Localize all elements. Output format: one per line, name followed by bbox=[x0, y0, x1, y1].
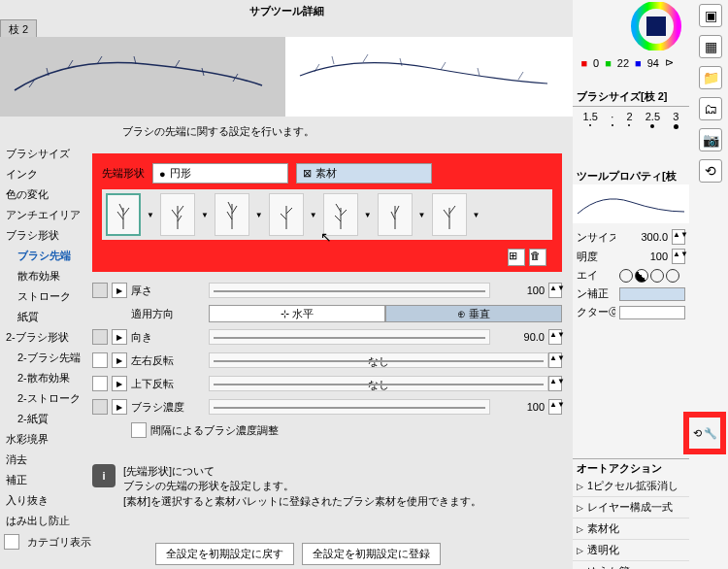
density-value[interactable]: 100 bbox=[490, 401, 548, 413]
toolbar-history-icon[interactable]: ⟲ bbox=[699, 159, 722, 183]
thickness-toggle[interactable] bbox=[92, 283, 108, 298]
sidebar-item-10[interactable]: 2-ブラシ先端 bbox=[4, 348, 91, 368]
prop-aa-label: エイ bbox=[577, 268, 615, 283]
sidebar-item-15[interactable]: 消去 bbox=[4, 450, 91, 470]
sidebar-item-14[interactable]: 水彩境界 bbox=[4, 429, 91, 450]
density-label: ブラシ濃度 bbox=[131, 400, 209, 415]
cursor-icon: ↖ bbox=[320, 229, 332, 245]
density-slider[interactable] bbox=[209, 399, 490, 415]
tip-shape-circle[interactable]: ● 円形 bbox=[152, 163, 288, 184]
apply-dir-horizontal[interactable]: ⊹ 水平 bbox=[209, 305, 385, 322]
density-toggle[interactable] bbox=[92, 399, 108, 415]
sidebar-item-7[interactable]: ストローク bbox=[4, 286, 91, 307]
auto-action-title: オートアクション bbox=[573, 458, 689, 478]
tip-shape-material[interactable]: ⊠ 素材 bbox=[296, 163, 432, 184]
reset-tool-icon[interactable]: ⟲ bbox=[693, 427, 702, 440]
register-defaults-button[interactable]: 全設定を初期設定に登録 bbox=[302, 543, 441, 565]
sidebar-item-2[interactable]: 色の変化 bbox=[4, 184, 91, 205]
direction-label: 向き bbox=[131, 330, 209, 345]
thickness-expand[interactable]: ▶ bbox=[112, 283, 127, 298]
flip-v-value[interactable]: なし bbox=[209, 376, 548, 391]
prop-opacity-spinner[interactable]: ▲▼ bbox=[672, 249, 685, 264]
flip-v-toggle[interactable] bbox=[92, 376, 108, 391]
category-show-checkbox[interactable] bbox=[4, 534, 19, 550]
play-icon[interactable]: ⊳ bbox=[665, 56, 674, 69]
sidebar-item-9[interactable]: 2-ブラシ形状 bbox=[4, 327, 91, 348]
auto-action-list: ▷1ピクセル拡張消し▷レイヤー構成一式▷素材化▷透明化▷ゆうか簡 bbox=[573, 476, 689, 569]
description: ブラシの先端に関する設定を行います。 bbox=[122, 124, 314, 139]
sidebar-item-13[interactable]: 2-紙質 bbox=[4, 409, 91, 429]
dialog-title: サブツール詳細 bbox=[0, 0, 573, 22]
prop-size-spinner[interactable]: ▲▼ bbox=[672, 229, 685, 245]
tool-settings-highlight: ⟲ 🔧 bbox=[683, 412, 726, 454]
apply-dir-label: 適用方向 bbox=[131, 307, 209, 321]
sidebar-item-5[interactable]: ブラシ先端 bbox=[4, 246, 91, 266]
sidebar-item-3[interactable]: アンチエイリア bbox=[4, 205, 91, 225]
action-item-1[interactable]: ▷レイヤー構成一式 bbox=[573, 497, 689, 519]
delete-material-icon[interactable]: 🗑 bbox=[529, 249, 546, 266]
sidebar-item-12[interactable]: 2-ストローク bbox=[4, 388, 91, 409]
prop-opacity-label: 明度 bbox=[577, 250, 615, 264]
direction-toggle[interactable] bbox=[92, 329, 108, 345]
flip-v-label: 上下反転 bbox=[131, 377, 209, 391]
sidebar-item-1[interactable]: インク bbox=[4, 164, 91, 184]
action-item-3[interactable]: ▷透明化 bbox=[573, 540, 689, 561]
prop-stab-slider[interactable] bbox=[619, 287, 685, 301]
action-item-2[interactable]: ▷素材化 bbox=[573, 519, 689, 540]
density-spinner[interactable]: ▲▼ bbox=[548, 399, 562, 415]
toolbar-folder2-icon[interactable]: 🗂 bbox=[699, 97, 722, 120]
color-wheel[interactable] bbox=[623, 2, 689, 50]
thickness-slider[interactable] bbox=[209, 283, 490, 298]
brush-size-palette[interactable]: 1.5 · 2 2.5 3 bbox=[573, 107, 689, 133]
flip-v-spinner[interactable]: ▲▼ bbox=[548, 376, 562, 391]
action-item-4[interactable]: ▷ゆうか簡 bbox=[573, 561, 689, 569]
toolbar-folder-icon[interactable]: 📁 bbox=[699, 66, 722, 89]
interval-density-checkbox[interactable] bbox=[131, 422, 147, 438]
sidebar-item-18[interactable]: はみ出し防止 bbox=[4, 511, 91, 531]
tip-shape-highlight: 先端形状 ● 円形 ⊠ 素材 ▼ ▼ ▼ ▼ ▼ ▼ ▼ ↖ ⊞ 🗑 bbox=[92, 153, 562, 272]
sidebar-item-4[interactable]: ブラシ形状 bbox=[4, 225, 91, 246]
prop-vector-slider[interactable] bbox=[619, 306, 685, 319]
toolbar-material-icon[interactable]: ▦ bbox=[699, 35, 722, 58]
sidebar-item-11[interactable]: 2-散布効果 bbox=[4, 368, 91, 388]
direction-spinner[interactable]: ▲▼ bbox=[548, 329, 562, 345]
brush-preview bbox=[0, 37, 573, 117]
sidebar-item-17[interactable]: 入り抜き bbox=[4, 490, 91, 511]
reset-all-button[interactable]: 全設定を初期設定に戻す bbox=[155, 543, 294, 565]
prop-aa-options[interactable] bbox=[619, 269, 679, 283]
tool-property-preview bbox=[573, 184, 689, 223]
category-show-label: カテゴリ表示 bbox=[27, 535, 91, 550]
direction-slider[interactable] bbox=[209, 329, 490, 345]
apply-dir-vertical[interactable]: ⊕ 垂直 bbox=[385, 305, 562, 322]
sidebar-item-16[interactable]: 補正 bbox=[4, 470, 91, 490]
density-expand[interactable]: ▶ bbox=[112, 399, 127, 415]
sidebar-item-0[interactable]: ブラシサイズ bbox=[4, 144, 91, 164]
thickness-value[interactable]: 100 bbox=[490, 284, 548, 296]
flip-h-spinner[interactable]: ▲▼ bbox=[548, 352, 562, 368]
thickness-spinner[interactable]: ▲▼ bbox=[548, 283, 562, 298]
toolbar-layers-icon[interactable]: ▣ bbox=[699, 4, 722, 27]
toolbar-camera-icon[interactable]: 📷 bbox=[699, 128, 722, 151]
flip-v-expand[interactable]: ▶ bbox=[112, 376, 127, 391]
thickness-label: 厚さ bbox=[131, 284, 209, 298]
sidebar-item-8[interactable]: 紙質 bbox=[4, 307, 91, 327]
settings-sidebar: ブラシサイズインク色の変化アンチエイリアブラシ形状ブラシ先端散布効果ストローク紙… bbox=[4, 144, 91, 531]
action-item-0[interactable]: ▷1ピクセル拡張消し bbox=[573, 476, 689, 497]
interval-density-label: 間隔によるブラシ濃度調整 bbox=[150, 423, 279, 438]
direction-value[interactable]: 90.0 bbox=[490, 331, 548, 343]
info-text: [先端形状]について ブラシの先端の形状を設定します。 [素材]を選択すると素材… bbox=[123, 464, 562, 509]
flip-h-value[interactable]: なし bbox=[209, 352, 548, 368]
svg-rect-1 bbox=[646, 17, 666, 36]
prop-size-value[interactable]: 300.0 bbox=[641, 231, 668, 243]
flip-h-expand[interactable]: ▶ bbox=[112, 352, 127, 368]
wrench-icon[interactable]: 🔧 bbox=[704, 427, 717, 440]
direction-expand[interactable]: ▶ bbox=[112, 329, 127, 345]
flip-h-toggle[interactable] bbox=[92, 352, 108, 368]
info-icon: i bbox=[92, 464, 116, 487]
brush-size-palette-title: ブラシサイズ[枝 2] bbox=[573, 87, 689, 107]
sidebar-item-6[interactable]: 散布効果 bbox=[4, 266, 91, 286]
flip-h-label: 左右反転 bbox=[131, 353, 209, 368]
prop-opacity-value[interactable]: 100 bbox=[650, 251, 668, 262]
prop-vector-label: クター⓪ bbox=[577, 305, 615, 319]
add-material-icon[interactable]: ⊞ bbox=[508, 249, 525, 266]
